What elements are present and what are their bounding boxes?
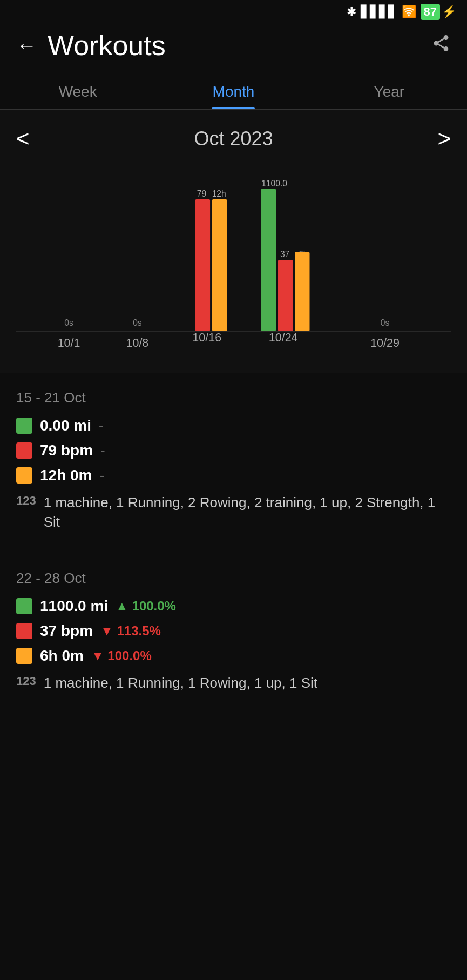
stat-dash: - xyxy=(100,467,105,484)
color-square-green xyxy=(16,598,32,614)
stat-row: 12h 0m- xyxy=(16,467,451,484)
week-stats-0: 15 - 21 Oct0.00 mi-79 bpm-12h 0m-1231 ma… xyxy=(0,373,467,543)
stat-row: 0.00 mi- xyxy=(16,417,451,434)
week-label: 22 - 28 Oct xyxy=(16,570,451,587)
page-title: Workouts xyxy=(48,29,166,62)
tab-week[interactable]: Week xyxy=(0,72,155,109)
wifi-icon: 🛜 xyxy=(402,5,416,19)
battery-level: 87 xyxy=(421,4,440,20)
svg-text:79: 79 xyxy=(197,189,206,198)
charging-icon: ⚡ xyxy=(442,5,456,19)
stats-container: 15 - 21 Oct0.00 mi-79 bpm-12h 0m-1231 ma… xyxy=(0,373,467,703)
battery-container: 87 ⚡ xyxy=(421,4,456,20)
workout-count-row: 1231 machine, 1 Running, 2 Rowing, 2 tra… xyxy=(16,493,451,532)
stat-value: 12h 0m xyxy=(40,467,92,484)
svg-rect-7 xyxy=(195,199,210,331)
stat-change: ▲ 100.0% xyxy=(116,599,176,614)
chart-nav: < Oct 2023 > xyxy=(11,126,456,152)
tab-month[interactable]: Month xyxy=(155,72,311,109)
bluetooth-icon: ✱ xyxy=(347,5,356,19)
stat-change: ▼ 113.5% xyxy=(100,623,161,639)
stat-dash: - xyxy=(99,418,104,434)
svg-rect-15 xyxy=(295,252,309,331)
color-square-yellow xyxy=(16,648,32,664)
workout-count-text: 1 machine, 1 Running, 2 Rowing, 2 traini… xyxy=(44,493,451,532)
svg-text:0s: 0s xyxy=(133,318,142,327)
tab-bar: Week Month Year xyxy=(0,72,467,110)
stat-value: 6h 0m xyxy=(40,647,84,664)
stat-change: ▼ 100.0% xyxy=(91,648,152,663)
svg-text:0s: 0s xyxy=(64,318,73,327)
status-bar: ✱ ▋▋▋▋ 🛜 87 ⚡ xyxy=(0,0,467,24)
stat-value: 0.00 mi xyxy=(40,417,91,434)
week-stats-1: 22 - 28 Oct1100.0 mi▲ 100.0%37 bpm▼ 113.… xyxy=(0,554,467,703)
stat-dash: - xyxy=(100,442,105,459)
signal-icon: ▋▋▋▋ xyxy=(361,5,397,19)
week-label: 15 - 21 Oct xyxy=(16,390,451,406)
svg-rect-8 xyxy=(212,199,227,331)
count-icon: 123 xyxy=(16,674,36,688)
svg-text:1100.0: 1100.0 xyxy=(261,179,287,188)
chart-svg: 0s 10/1 0s 10/8 79 12h 10/16 1100.0 37 6… xyxy=(16,168,451,363)
stat-value: 79 bpm xyxy=(40,442,93,459)
svg-text:37: 37 xyxy=(280,250,289,259)
header: ← Workouts xyxy=(0,24,467,72)
stat-row: 37 bpm▼ 113.5% xyxy=(16,622,451,640)
svg-text:0s: 0s xyxy=(381,318,390,327)
stat-row: 6h 0m▼ 100.0% xyxy=(16,647,451,664)
share-button[interactable] xyxy=(431,33,451,58)
count-icon: 123 xyxy=(16,494,36,508)
color-square-red xyxy=(16,623,32,639)
chart-period-title: Oct 2023 xyxy=(194,127,273,150)
back-button[interactable]: ← xyxy=(16,34,37,57)
color-square-green xyxy=(16,418,32,434)
bar-chart: 0s 10/1 0s 10/8 79 12h 10/16 1100.0 37 6… xyxy=(16,168,451,363)
svg-text:12h: 12h xyxy=(212,189,226,198)
tab-year[interactable]: Year xyxy=(312,72,467,109)
svg-rect-11 xyxy=(261,189,276,331)
svg-text:10/16: 10/16 xyxy=(192,331,221,344)
svg-text:10/24: 10/24 xyxy=(269,331,298,344)
svg-rect-14 xyxy=(278,260,293,331)
stat-row: 1100.0 mi▲ 100.0% xyxy=(16,598,451,615)
header-left: ← Workouts xyxy=(16,29,166,62)
stat-value: 37 bpm xyxy=(40,622,93,640)
svg-text:10/1: 10/1 xyxy=(58,337,80,350)
workout-count-row: 1231 machine, 1 Running, 1 Rowing, 1 up,… xyxy=(16,673,451,693)
workout-count-text: 1 machine, 1 Running, 1 Rowing, 1 up, 1 … xyxy=(44,673,317,693)
stat-row: 79 bpm- xyxy=(16,442,451,459)
color-square-red xyxy=(16,442,32,459)
svg-text:10/8: 10/8 xyxy=(126,337,149,350)
next-period-button[interactable]: > xyxy=(432,126,456,152)
chart-section: < Oct 2023 > 0s 10/1 0s 10/8 79 12h 10/1… xyxy=(0,110,467,373)
stat-value: 1100.0 mi xyxy=(40,598,108,615)
prev-period-button[interactable]: < xyxy=(11,126,35,152)
color-square-yellow xyxy=(16,467,32,484)
svg-text:10/29: 10/29 xyxy=(370,337,400,350)
